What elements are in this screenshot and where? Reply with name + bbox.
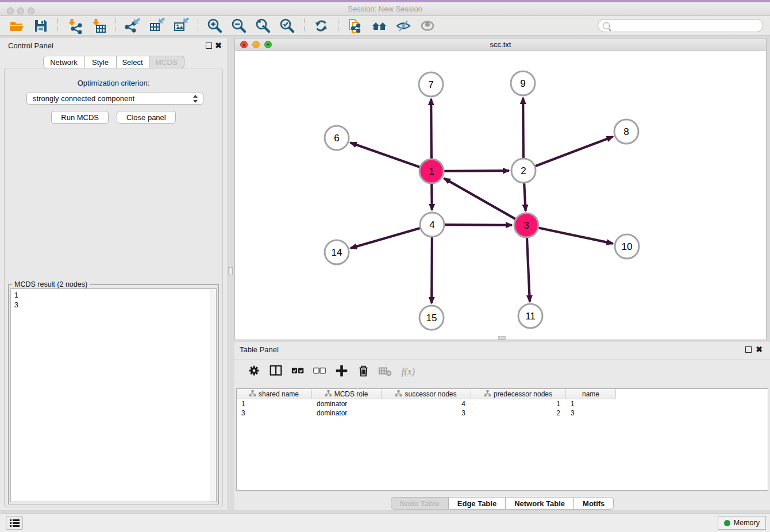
edge-2-9[interactable] bbox=[523, 98, 523, 160]
gear-icon[interactable] bbox=[246, 363, 263, 380]
node-label: 15 bbox=[426, 313, 437, 323]
column-header-MCDS-role[interactable]: MCDS role bbox=[312, 389, 382, 399]
node-14[interactable]: 14 bbox=[325, 240, 349, 264]
tree-icon bbox=[249, 390, 256, 398]
splitter-grip[interactable] bbox=[228, 267, 233, 275]
edge-4-14[interactable] bbox=[351, 228, 422, 248]
node-6[interactable]: 6 bbox=[325, 126, 349, 150]
list-icon bbox=[10, 519, 20, 527]
function-icon[interactable]: f(x) bbox=[399, 363, 416, 380]
control-panel-close-icon[interactable]: ✖ bbox=[215, 41, 222, 50]
tab-style[interactable]: Style bbox=[85, 56, 117, 68]
import-network-icon[interactable] bbox=[66, 17, 83, 34]
houses-icon[interactable] bbox=[371, 17, 388, 34]
network-canvas[interactable]: 1234678910111415 bbox=[235, 51, 766, 340]
delete-table-icon[interactable] bbox=[377, 363, 394, 380]
edge-1-2[interactable] bbox=[442, 171, 509, 171]
node-1[interactable]: 1 bbox=[419, 159, 444, 183]
optimization-criterion-select[interactable]: strongly connected component bbox=[26, 92, 203, 105]
node-11[interactable]: 11 bbox=[518, 304, 542, 328]
edge-1-4[interactable] bbox=[432, 182, 432, 210]
copy-network-icon[interactable] bbox=[346, 17, 364, 34]
zoom-out-icon[interactable] bbox=[230, 17, 248, 34]
table-cell[interactable]: 4 bbox=[382, 399, 471, 408]
column-label: shared name bbox=[259, 390, 299, 398]
table-cell[interactable]: 3 bbox=[382, 408, 471, 418]
export-image-icon[interactable] bbox=[172, 17, 190, 34]
table-row[interactable]: 3dominator323 bbox=[237, 408, 768, 418]
edge-3-1[interactable] bbox=[444, 178, 517, 219]
zoom-in-icon[interactable] bbox=[206, 17, 224, 34]
node-9[interactable]: 9 bbox=[511, 71, 535, 95]
tab-mcds[interactable]: MCDS bbox=[149, 56, 184, 68]
zoom-fit-icon[interactable] bbox=[255, 17, 272, 34]
edge-3-10[interactable] bbox=[537, 228, 613, 244]
column-header-successor-nodes[interactable]: successor nodes bbox=[382, 389, 471, 399]
table-cell[interactable]: 3 bbox=[566, 408, 616, 418]
table-cell[interactable]: dominator bbox=[312, 399, 382, 408]
table-cell[interactable]: 1 bbox=[471, 399, 566, 408]
node-15[interactable]: 15 bbox=[419, 306, 444, 330]
node-3[interactable]: 3 bbox=[514, 213, 538, 237]
deselect-all-icon[interactable] bbox=[311, 363, 329, 380]
node-4[interactable]: 4 bbox=[420, 213, 444, 237]
add-icon[interactable] bbox=[333, 363, 351, 380]
tab-network-table[interactable]: Network Table bbox=[506, 497, 574, 510]
import-table-icon[interactable] bbox=[90, 17, 107, 34]
edge-1-6[interactable] bbox=[351, 142, 421, 167]
close-panel-button[interactable]: Close panel bbox=[117, 111, 176, 124]
table-cell[interactable]: 2 bbox=[471, 408, 566, 418]
edge-1-7[interactable] bbox=[431, 99, 432, 160]
edge-4-3[interactable] bbox=[443, 225, 512, 225]
node-2[interactable]: 2 bbox=[511, 159, 536, 183]
refresh-icon[interactable] bbox=[313, 17, 330, 34]
table-cell[interactable]: 1 bbox=[237, 399, 312, 408]
save-icon[interactable] bbox=[32, 17, 49, 34]
open-icon[interactable] bbox=[8, 17, 25, 34]
run-mcds-button[interactable]: Run MCDS bbox=[51, 111, 109, 124]
table-row[interactable]: 1dominator411 bbox=[237, 399, 768, 408]
eye-icon[interactable] bbox=[419, 17, 436, 34]
split-columns-icon[interactable] bbox=[268, 363, 285, 380]
task-history-button[interactable] bbox=[6, 516, 23, 530]
control-panel-float-icon[interactable] bbox=[206, 43, 212, 49]
delete-icon[interactable] bbox=[355, 363, 372, 380]
edge-2-8[interactable] bbox=[534, 137, 613, 167]
table-cell[interactable]: 3 bbox=[237, 408, 312, 418]
export-table-icon[interactable] bbox=[148, 17, 165, 34]
memory-button[interactable]: Memory bbox=[718, 516, 766, 530]
column-header-shared-name[interactable]: shared name bbox=[237, 389, 312, 399]
zoom-selected-icon[interactable] bbox=[279, 17, 296, 34]
mcds-result-textarea[interactable]: 13 bbox=[10, 288, 217, 502]
tab-network[interactable]: Network bbox=[43, 56, 85, 68]
column-header-predecessor-nodes[interactable]: predecessor nodes bbox=[471, 389, 566, 399]
vertical-splitter[interactable] bbox=[227, 38, 234, 510]
table-cell[interactable]: dominator bbox=[312, 408, 382, 418]
tab-edge-table[interactable]: Edge Table bbox=[449, 497, 506, 510]
edge-3-11[interactable] bbox=[527, 236, 530, 302]
horizontal-splitter-grip[interactable] bbox=[498, 336, 506, 340]
tab-motifs[interactable]: Motifs bbox=[574, 497, 614, 510]
mcds-result-scrollbar[interactable] bbox=[210, 289, 216, 502]
table-tabbar: Node TableEdge TableNetwork TableMotifs bbox=[234, 497, 770, 510]
table-panel-close-icon[interactable]: ✖ bbox=[756, 345, 763, 354]
toolbar-separator bbox=[57, 18, 58, 33]
node-10[interactable]: 10 bbox=[615, 234, 639, 259]
tab-select[interactable]: Select bbox=[117, 56, 149, 68]
search-field[interactable] bbox=[598, 19, 763, 32]
chevron-updown-icon bbox=[192, 94, 199, 104]
eye-slash-icon[interactable] bbox=[395, 17, 412, 34]
edge-2-3[interactable] bbox=[524, 182, 526, 211]
node-label: 4 bbox=[429, 219, 434, 230]
select-all-icon[interactable] bbox=[290, 363, 307, 380]
edge-4-15[interactable] bbox=[432, 236, 432, 303]
node-7[interactable]: 7 bbox=[419, 72, 443, 97]
node-8[interactable]: 8 bbox=[614, 119, 638, 144]
search-input[interactable] bbox=[613, 21, 763, 31]
table-panel-float-icon[interactable] bbox=[745, 346, 752, 353]
column-header-name[interactable]: name bbox=[566, 389, 616, 399]
toolbar-separator bbox=[304, 18, 305, 33]
tab-node-table[interactable]: Node Table bbox=[391, 497, 449, 510]
table-cell[interactable]: 1 bbox=[566, 399, 616, 408]
export-network-icon[interactable] bbox=[124, 17, 141, 34]
